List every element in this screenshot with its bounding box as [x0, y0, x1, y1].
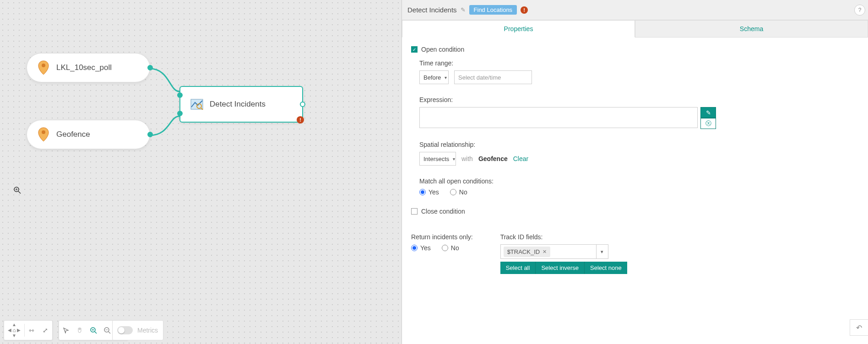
- pin-icon: [37, 127, 50, 142]
- svg-point-0: [42, 64, 45, 67]
- output-port[interactable]: [147, 132, 153, 137]
- select-none-button[interactable]: Select none: [585, 262, 627, 274]
- svg-line-14: [108, 332, 110, 333]
- hand-icon[interactable]: [73, 320, 87, 340]
- date-time-input[interactable]: Select date/time: [454, 70, 532, 84]
- expression-label: Expression:: [419, 96, 859, 103]
- spatial-label: Spatial relationship:: [419, 141, 859, 148]
- pointer-icon[interactable]: [59, 320, 73, 340]
- expression-textarea[interactable]: [419, 107, 698, 128]
- home-icon[interactable]: ⌂: [12, 327, 16, 333]
- detect-icon: [190, 99, 203, 110]
- panel-tabs: Properties Schema: [402, 20, 868, 38]
- input-port-2[interactable]: [177, 111, 183, 116]
- match-no-radio[interactable]: No: [450, 188, 467, 196]
- panel-body: ✓ Open condition Time range: Before▾ Sel…: [402, 38, 868, 344]
- panel-header: Detect Incidents ✎ Find Locations ! ?: [402, 0, 868, 20]
- properties-panel: Detect Incidents ✎ Find Locations ! ? Pr…: [402, 0, 868, 344]
- track-id-combo[interactable]: $TRACK_ID ✕ ▾: [500, 244, 608, 259]
- remove-chip-icon[interactable]: ✕: [542, 249, 547, 255]
- metrics-toggle[interactable]: [117, 326, 133, 334]
- expand-icon[interactable]: ⤢: [38, 320, 52, 340]
- arrow-up-icon[interactable]: ▲: [12, 322, 16, 327]
- node-label: Geofence: [56, 130, 90, 139]
- spatial-layer-name: Geofence: [478, 155, 508, 162]
- fit-link-icon[interactable]: ⇿: [25, 320, 38, 340]
- tab-schema[interactable]: Schema: [635, 20, 868, 38]
- open-condition-label: Open condition: [421, 46, 464, 53]
- select-all-button[interactable]: Select all: [500, 262, 536, 274]
- svg-point-1: [42, 130, 45, 134]
- return-incidents-label: Return incidents only:: [411, 233, 473, 241]
- metrics-label: Metrics: [137, 327, 158, 334]
- track-id-label: Track ID fields:: [500, 233, 627, 241]
- detect-incidents-node[interactable]: Detect Incidents !: [179, 86, 303, 123]
- spatial-select[interactable]: Intersects▾: [419, 152, 456, 166]
- node-label: Detect Incidents: [210, 100, 266, 109]
- match-yes-radio[interactable]: Yes: [419, 188, 439, 196]
- close-condition-label: Close condition: [421, 208, 465, 215]
- pin-icon: [37, 60, 50, 75]
- spatial-clear-link[interactable]: Clear: [513, 155, 528, 162]
- node-label: LKL_10sec_poll: [56, 63, 112, 72]
- arrow-down-icon[interactable]: ▼: [12, 333, 16, 338]
- input-port-1[interactable]: [177, 92, 183, 98]
- arrow-right-icon[interactable]: ▶: [17, 328, 21, 333]
- source-node-lkl[interactable]: LKL_10sec_poll: [27, 53, 150, 82]
- dropdown-icon[interactable]: ▾: [596, 245, 608, 258]
- return-yes-radio[interactable]: Yes: [411, 244, 431, 252]
- category-chip: Find Locations: [469, 5, 517, 15]
- error-badge-icon: !: [297, 116, 304, 124]
- time-range-label: Time range:: [419, 59, 859, 67]
- zoom-in-icon[interactable]: [87, 320, 100, 340]
- error-badge-icon: !: [521, 6, 528, 14]
- time-range-select[interactable]: Before▾: [419, 70, 449, 84]
- undo-button[interactable]: ↶: [850, 319, 868, 336]
- arrow-left-icon[interactable]: ◀: [8, 328, 11, 333]
- svg-line-10: [95, 332, 97, 333]
- return-no-radio[interactable]: No: [442, 244, 459, 252]
- select-inverse-button[interactable]: Select inverse: [536, 262, 585, 274]
- tab-properties[interactable]: Properties: [402, 20, 635, 38]
- track-id-chip: $TRACK_ID ✕: [504, 247, 551, 257]
- edit-expression-button[interactable]: ✎: [700, 107, 716, 118]
- nav-toolbar: ▲ ◀ ⌂ ▶ ▼ ⇿ ⤢: [4, 320, 53, 340]
- open-condition-checkbox[interactable]: ✓: [411, 46, 418, 53]
- spatial-with-text: with: [461, 155, 473, 162]
- panel-title: Detect Incidents: [407, 6, 457, 14]
- svg-line-6: [18, 191, 21, 194]
- workflow-canvas[interactable]: LKL_10sec_poll Geofence Detect Incidents…: [0, 0, 402, 344]
- help-icon[interactable]: ?: [854, 5, 865, 16]
- output-port[interactable]: [300, 102, 305, 107]
- edit-title-icon[interactable]: ✎: [461, 6, 466, 13]
- source-node-geofence[interactable]: Geofence: [27, 120, 150, 149]
- close-condition-checkbox[interactable]: [411, 208, 418, 215]
- pan-nav-widget[interactable]: ▲ ◀ ⌂ ▶ ▼: [4, 322, 24, 338]
- output-port[interactable]: [147, 65, 153, 70]
- clear-expression-button[interactable]: ⓧ: [700, 118, 716, 129]
- magnify-cursor-icon: [14, 187, 21, 195]
- metrics-toggle-box: Metrics: [112, 320, 163, 340]
- match-all-label: Match all open conditions:: [419, 177, 859, 185]
